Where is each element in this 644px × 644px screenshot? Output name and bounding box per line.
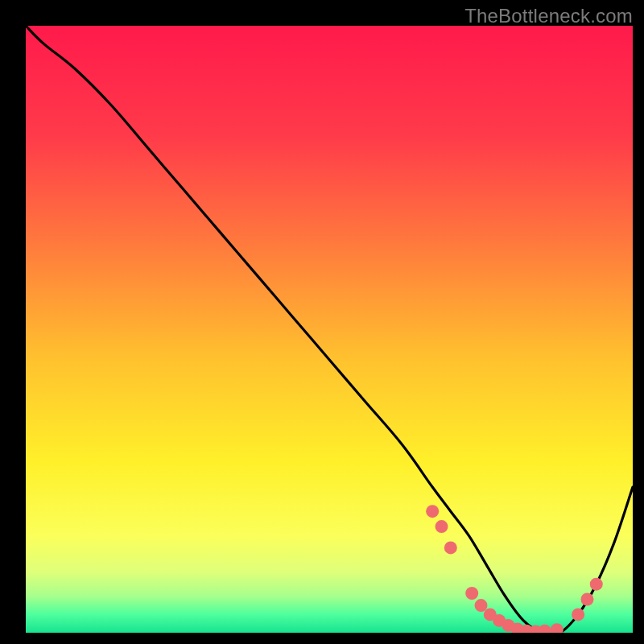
marker-dot [590,578,603,591]
chart-svg [0,0,644,644]
marker-dot [426,505,439,518]
marker-dot [580,593,593,606]
marker-dot [475,599,488,612]
marker-dot [539,625,551,638]
marker-dot [551,623,564,636]
gradient-background [26,26,633,633]
attribution-text: TheBottleneck.com [464,5,633,27]
marker-dot [435,520,448,533]
marker-dot [572,608,584,621]
marker-dot [465,587,478,600]
chart-frame: TheBottleneck.com [0,0,644,644]
marker-dot [444,541,457,554]
